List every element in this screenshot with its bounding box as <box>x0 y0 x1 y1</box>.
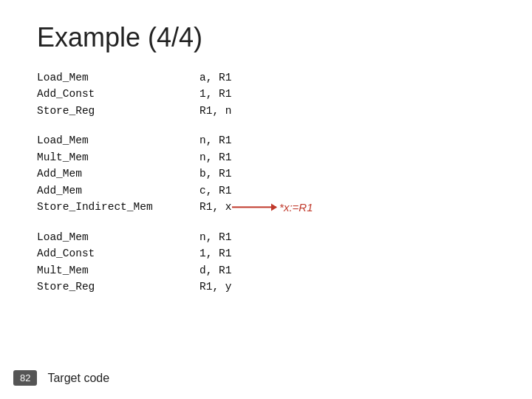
table-row: Add_Const 1, R1 <box>37 86 495 102</box>
code-args: n, R1 <box>200 229 232 245</box>
code-instr: Mult_Mem <box>37 149 200 166</box>
table-row: Mult_Mem d, R1 <box>37 262 495 279</box>
code-instr: Add_Mem <box>37 166 200 182</box>
code-instr: Add_Const <box>37 86 200 102</box>
code-instr: Load_Mem <box>37 229 200 245</box>
slide: Example (4/4) Load_Mem a, R1 Add_Const 1… <box>0 0 532 399</box>
code-block-2: Load_Mem n, R1 Mult_Mem n, R1 Add_Mem b,… <box>37 132 495 215</box>
code-args: 1, R1 <box>200 245 232 262</box>
code-args: b, R1 <box>200 166 232 182</box>
code-args: c, R1 <box>200 183 232 199</box>
code-args: 1, R1 <box>200 86 232 102</box>
code-args: n, R1 <box>200 149 232 166</box>
code-instr: Store_Indirect_Mem <box>37 199 200 215</box>
table-row: Add_Const 1, R1 <box>37 245 495 262</box>
code-instr: Add_Const <box>37 245 200 262</box>
code-area: Load_Mem a, R1 Add_Const 1, R1 Store_Reg… <box>37 69 495 296</box>
table-row: Add_Mem b, R1 <box>37 166 495 182</box>
code-args: R1, y <box>200 279 232 295</box>
table-row: Mult_Mem n, R1 <box>37 149 495 166</box>
annotation-label: *x:=R1 <box>279 199 313 216</box>
code-instr: Store_Reg <box>37 279 200 295</box>
code-instr: Mult_Mem <box>37 262 200 279</box>
annotation-arrow: *x:=R1 <box>232 199 313 216</box>
code-instr: Load_Mem <box>37 132 200 149</box>
code-instr: Add_Mem <box>37 183 200 199</box>
code-instr: Load_Mem <box>37 69 200 86</box>
code-instr: Store_Reg <box>37 103 200 119</box>
table-row: Load_Mem a, R1 <box>37 69 495 86</box>
code-args: R1, x <box>200 199 232 215</box>
code-args: a, R1 <box>200 69 232 86</box>
footer-label: Target code <box>47 372 109 385</box>
code-args: d, R1 <box>200 262 232 279</box>
code-args: n, R1 <box>200 132 232 149</box>
annotated-args: R1, x *x:=R1 <box>200 199 232 215</box>
arrow-line-icon <box>232 207 276 208</box>
table-row: Store_Reg R1, y <box>37 279 495 295</box>
code-args: R1, n <box>200 103 232 119</box>
table-row: Load_Mem n, R1 <box>37 132 495 149</box>
table-row: Add_Mem c, R1 <box>37 183 495 199</box>
code-block-1: Load_Mem a, R1 Add_Const 1, R1 Store_Reg… <box>37 69 495 119</box>
slide-number: 82 <box>13 370 37 386</box>
slide-title: Example (4/4) <box>37 22 495 53</box>
table-row: Store_Indirect_Mem R1, x *x:=R1 <box>37 199 495 215</box>
table-row: Store_Reg R1, n <box>37 103 495 119</box>
table-row: Load_Mem n, R1 <box>37 229 495 245</box>
code-block-3: Load_Mem n, R1 Add_Const 1, R1 Mult_Mem … <box>37 229 495 296</box>
footer: 82 Target code <box>0 370 109 386</box>
